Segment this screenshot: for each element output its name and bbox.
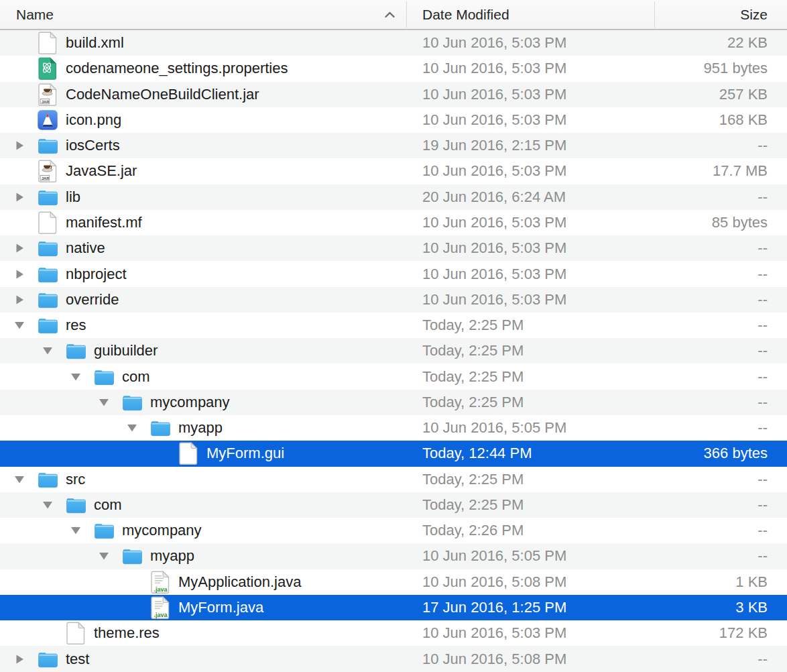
- date-modified-cell: 10 Jun 2016, 5:08 PM: [406, 573, 654, 591]
- size-cell: --: [654, 266, 787, 283]
- disclosure-collapsed-icon[interactable]: [13, 294, 25, 305]
- folder-icon: [93, 368, 115, 386]
- file-name: MyForm.java: [178, 599, 263, 616]
- date-modified-cell: Today, 2:25 PM: [406, 496, 654, 514]
- file-name: MyApplication.java: [178, 573, 301, 591]
- disclosure-expanded-icon[interactable]: [98, 552, 110, 561]
- file-name: iosCerts: [66, 137, 120, 154]
- column-header-name-label: Name: [16, 7, 54, 23]
- file-row[interactable]: override10 Jun 2016, 5:03 PM--: [0, 287, 787, 313]
- name-cell: iosCerts: [0, 133, 406, 158]
- disclosure-expanded-icon[interactable]: [70, 526, 82, 535]
- column-header-date-modified[interactable]: Date Modified: [406, 0, 654, 29]
- document-icon: [178, 442, 199, 465]
- file-row[interactable]: JAR JavaSE.jar10 Jun 2016, 5:03 PM17.7 M…: [0, 158, 787, 184]
- file-row[interactable]: theme.res10 Jun 2016, 5:03 PM172 KB: [0, 620, 787, 646]
- file-row[interactable]: iosCerts19 Jun 2016, 2:15 PM--: [0, 133, 787, 158]
- file-name: guibuilder: [94, 342, 158, 359]
- settings-file-icon: [37, 57, 58, 80]
- date-modified-cell: 10 Jun 2016, 5:03 PM: [406, 60, 654, 77]
- column-header-name[interactable]: Name: [0, 0, 406, 29]
- file-name: com: [94, 496, 122, 514]
- column-header-size[interactable]: Size: [654, 0, 787, 29]
- date-modified-cell: 10 Jun 2016, 5:03 PM: [406, 239, 654, 257]
- disclosure-collapsed-icon[interactable]: [13, 140, 25, 151]
- file-row[interactable]: icon.png10 Jun 2016, 5:03 PM168 KB: [0, 107, 787, 133]
- file-row[interactable]: mycompanyToday, 2:25 PM--: [0, 390, 787, 415]
- size-cell: --: [654, 342, 787, 359]
- svg-text:.java: .java: [154, 611, 168, 618]
- disclosure-collapsed-icon[interactable]: [13, 269, 25, 280]
- date-modified-cell: 10 Jun 2016, 5:03 PM: [406, 624, 654, 642]
- file-row[interactable]: comToday, 2:25 PM--: [0, 492, 787, 518]
- document-icon: [37, 211, 58, 234]
- file-row[interactable]: nbproject10 Jun 2016, 5:03 PM--: [0, 261, 787, 286]
- disclosure-collapsed-icon[interactable]: [13, 243, 25, 254]
- size-cell: 172 KB: [654, 624, 787, 642]
- file-name: mycompany: [150, 394, 230, 411]
- name-cell: JAR CodeNameOneBuildClient.jar: [0, 82, 406, 107]
- file-name: src: [66, 471, 85, 488]
- name-cell: src: [0, 467, 406, 492]
- document-icon: [37, 32, 58, 54]
- folder-icon: [37, 265, 58, 283]
- disclosure-collapsed-icon[interactable]: [13, 654, 25, 665]
- date-modified-cell: 10 Jun 2016, 5:03 PM: [406, 111, 654, 129]
- size-cell: --: [654, 188, 787, 206]
- folder-icon: [37, 470, 58, 488]
- size-cell: --: [654, 547, 787, 565]
- size-cell: --: [654, 419, 787, 437]
- date-modified-cell: 10 Jun 2016, 5:03 PM: [406, 86, 654, 103]
- disclosure-expanded-icon[interactable]: [42, 347, 54, 355]
- disclosure-expanded-icon[interactable]: [70, 372, 82, 381]
- file-row[interactable]: lib20 Jun 2016, 6:24 AM--: [0, 184, 787, 210]
- finder-list-view: Name Date Modified Size build.xml10 Jun …: [0, 0, 787, 672]
- file-row-selected[interactable]: MyForm.guiToday, 12:44 PM366 bytes: [0, 441, 787, 466]
- file-row-selected[interactable]: .java MyForm.java17 Jun 2016, 1:25 PM3 K…: [0, 595, 787, 620]
- disclosure-expanded-icon[interactable]: [98, 398, 110, 406]
- name-cell: mycompany: [0, 518, 406, 543]
- header-column-divider: [654, 1, 655, 27]
- file-name: test: [66, 651, 89, 668]
- file-list: build.xml10 Jun 2016, 5:03 PM22 KB coden…: [0, 30, 787, 672]
- file-row[interactable]: test10 Jun 2016, 5:08 PM--: [0, 646, 787, 671]
- java-file-icon: .java: [149, 571, 171, 594]
- header-column-divider: [406, 1, 407, 27]
- file-row[interactable]: srcToday, 2:25 PM--: [0, 467, 787, 492]
- size-cell: 366 bytes: [654, 445, 787, 462]
- file-row[interactable]: build.xml10 Jun 2016, 5:03 PM22 KB: [0, 30, 787, 56]
- folder-icon: [121, 547, 143, 565]
- size-cell: 3 KB: [654, 599, 787, 616]
- size-cell: 1 KB: [654, 573, 787, 591]
- file-row[interactable]: myapp10 Jun 2016, 5:05 PM--: [0, 543, 787, 569]
- file-row[interactable]: native10 Jun 2016, 5:03 PM--: [0, 235, 787, 261]
- file-row[interactable]: resToday, 2:25 PM--: [0, 313, 787, 338]
- file-row[interactable]: manifest.mf10 Jun 2016, 5:03 PM85 bytes: [0, 210, 787, 235]
- file-name: nbproject: [66, 266, 127, 283]
- file-name: res: [66, 317, 86, 334]
- date-modified-cell: Today, 2:25 PM: [406, 368, 654, 386]
- file-row[interactable]: guibuilderToday, 2:25 PM--: [0, 338, 787, 363]
- folder-icon: [37, 239, 58, 258]
- file-row[interactable]: codenameone_settings.properties10 Jun 20…: [0, 56, 787, 81]
- name-cell: lib: [0, 184, 406, 210]
- file-row[interactable]: comToday, 2:25 PM--: [0, 363, 787, 389]
- disclosure-expanded-icon[interactable]: [42, 500, 54, 509]
- file-row[interactable]: JAR CodeNameOneBuildClient.jar10 Jun 201…: [0, 82, 787, 107]
- file-row[interactable]: .java MyApplication.java10 Jun 2016, 5:0…: [0, 569, 787, 595]
- file-name: mycompany: [122, 522, 202, 539]
- disclosure-expanded-icon[interactable]: [13, 321, 25, 330]
- disclosure-collapsed-icon[interactable]: [13, 192, 25, 203]
- svg-text:.java: .java: [154, 585, 168, 592]
- size-cell: --: [654, 651, 787, 668]
- size-cell: --: [654, 368, 787, 386]
- file-name: native: [66, 239, 105, 257]
- disclosure-expanded-icon[interactable]: [126, 424, 138, 433]
- size-cell: 85 bytes: [654, 214, 787, 231]
- file-row[interactable]: mycompanyToday, 2:26 PM--: [0, 518, 787, 543]
- name-cell: icon.png: [0, 107, 406, 133]
- file-row[interactable]: myapp10 Jun 2016, 5:05 PM--: [0, 415, 787, 441]
- disclosure-expanded-icon[interactable]: [13, 475, 25, 484]
- date-modified-cell: 10 Jun 2016, 5:03 PM: [406, 34, 654, 52]
- folder-icon: [37, 650, 58, 668]
